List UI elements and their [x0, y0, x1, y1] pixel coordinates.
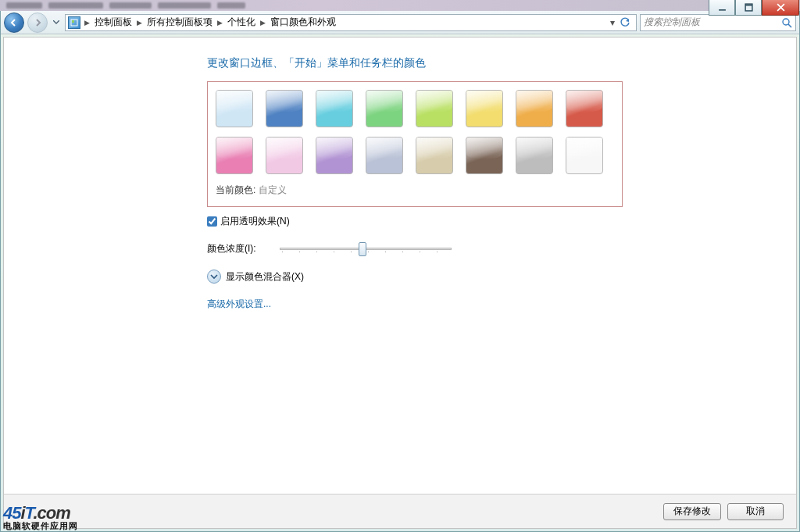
close-button[interactable]	[762, 0, 799, 16]
minimize-button[interactable]	[709, 0, 735, 16]
breadcrumb-item[interactable]: 控制面板	[94, 16, 133, 29]
svg-line-8	[788, 24, 791, 27]
history-dropdown[interactable]	[51, 13, 62, 32]
color-swatch[interactable]	[416, 137, 453, 174]
search-icon	[781, 17, 792, 28]
breadcrumb-item[interactable]: 个性化	[227, 16, 256, 29]
address-bar[interactable]: ▶ 控制面板 ▶ 所有控制面板项 ▶ 个性化 ▶ 窗口颜色和外观 ▾	[65, 14, 637, 31]
advanced-appearance-link[interactable]: 高级外观设置...	[207, 298, 623, 311]
refresh-icon[interactable]	[620, 17, 630, 28]
chevron-down-icon[interactable]	[207, 270, 221, 284]
maximize-button[interactable]	[735, 0, 762, 16]
client-area: 更改窗口边框、「开始」菜单和任务栏的颜色 当前颜色: 自定义 启用透明效果(N)…	[3, 37, 797, 529]
watermark: 45iT.com 电脑软硬件应用网	[0, 503, 81, 532]
control-panel-icon	[68, 16, 80, 29]
page-heading: 更改窗口边框、「开始」菜单和任务栏的颜色	[207, 56, 796, 70]
breadcrumb-item[interactable]: 所有控制面板项	[146, 16, 213, 29]
intensity-slider-thumb[interactable]	[359, 242, 366, 256]
show-mixer-label: 显示颜色混合器(X)	[226, 270, 304, 284]
intensity-slider[interactable]	[280, 248, 452, 250]
color-swatch[interactable]	[366, 90, 403, 127]
color-swatch[interactable]	[316, 137, 353, 174]
color-swatch[interactable]	[566, 137, 603, 174]
enable-transparency-label: 启用透明效果(N)	[220, 215, 290, 228]
save-button[interactable]: 保存修改	[663, 503, 721, 520]
current-color-label: 当前颜色:	[216, 184, 255, 195]
forward-button[interactable]	[27, 12, 48, 33]
navbar: ▶ 控制面板 ▶ 所有控制面板项 ▶ 个性化 ▶ 窗口颜色和外观 ▾ 搜索控制面…	[1, 11, 799, 34]
color-swatch[interactable]	[266, 90, 303, 127]
intensity-row: 颜色浓度(I):	[207, 242, 623, 255]
titlebar-blurred	[0, 0, 800, 11]
back-button[interactable]	[4, 12, 24, 33]
current-color-line: 当前颜色: 自定义	[216, 184, 614, 197]
color-swatch[interactable]	[516, 90, 553, 127]
color-swatch[interactable]	[466, 90, 503, 127]
current-color-value: 自定义	[259, 184, 287, 195]
color-swatch[interactable]	[216, 137, 253, 174]
svg-rect-6	[72, 20, 74, 23]
svg-point-7	[783, 19, 789, 25]
chevron-right-icon[interactable]: ▶	[215, 19, 225, 27]
intensity-label: 颜色浓度(I):	[207, 242, 256, 255]
enable-transparency-row[interactable]: 启用透明效果(N)	[207, 215, 623, 228]
breadcrumb-item[interactable]: 窗口颜色和外观	[270, 16, 337, 29]
color-swatch[interactable]	[516, 137, 553, 174]
color-swatch-frame: 当前颜色: 自定义	[207, 81, 623, 207]
color-swatch[interactable]	[466, 137, 503, 174]
color-swatch[interactable]	[366, 137, 403, 174]
watermark-sub: 电脑软硬件应用网	[3, 522, 78, 530]
color-swatch[interactable]	[316, 90, 353, 127]
chevron-right-icon[interactable]: ▶	[258, 19, 268, 27]
color-swatch[interactable]	[266, 137, 303, 174]
window-controls	[709, 0, 799, 16]
color-swatch[interactable]	[566, 90, 603, 127]
color-swatch[interactable]	[416, 90, 453, 127]
show-mixer-row[interactable]: 显示颜色混合器(X)	[207, 270, 623, 284]
enable-transparency-checkbox[interactable]	[207, 216, 217, 227]
search-box[interactable]: 搜索控制面板	[640, 14, 796, 31]
footer-bar: 保存修改 取消	[4, 494, 796, 528]
search-placeholder: 搜索控制面板	[644, 16, 778, 29]
address-dropdown-icon[interactable]: ▾	[610, 17, 615, 28]
cancel-button[interactable]: 取消	[727, 503, 784, 520]
chevron-right-icon[interactable]: ▶	[82, 19, 92, 27]
chevron-right-icon[interactable]: ▶	[134, 19, 145, 27]
color-swatch[interactable]	[216, 90, 253, 127]
